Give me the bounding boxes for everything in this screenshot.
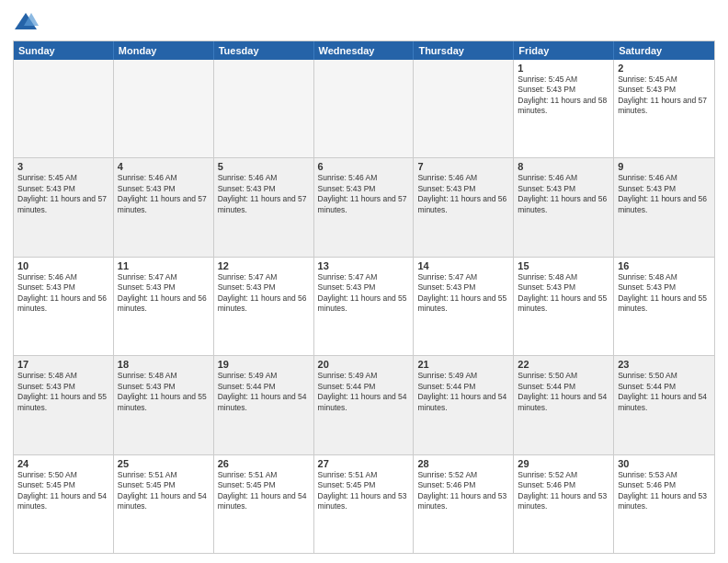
calendar-cell: 30Sunrise: 5:53 AMSunset: 5:46 PMDayligh… (614, 455, 714, 553)
calendar-cell: 16Sunrise: 5:48 AMSunset: 5:43 PMDayligh… (614, 258, 714, 355)
day-number: 25 (118, 458, 210, 469)
header-saturday: Saturday (614, 41, 714, 60)
day-number: 6 (318, 161, 410, 172)
day-info: Sunrise: 5:53 AMSunset: 5:46 PMDaylight:… (618, 470, 711, 512)
day-info: Sunrise: 5:46 AMSunset: 5:43 PMDaylight:… (318, 173, 410, 215)
day-info: Sunrise: 5:51 AMSunset: 5:45 PMDaylight:… (218, 470, 310, 512)
calendar-cell: 1Sunrise: 5:45 AMSunset: 5:43 PMDaylight… (514, 60, 614, 157)
calendar-cell (414, 60, 514, 157)
day-info: Sunrise: 5:48 AMSunset: 5:43 PMDaylight:… (518, 272, 609, 315)
calendar-cell (314, 60, 415, 157)
calendar-body: 1Sunrise: 5:45 AMSunset: 5:43 PMDaylight… (14, 60, 714, 553)
header-wednesday: Wednesday (314, 41, 415, 60)
day-number: 4 (118, 161, 210, 172)
calendar: SundayMondayTuesdayWednesdayThursdayFrid… (13, 40, 715, 554)
calendar-cell: 9Sunrise: 5:46 AMSunset: 5:43 PMDaylight… (614, 158, 714, 256)
day-info: Sunrise: 5:52 AMSunset: 5:46 PMDaylight:… (417, 470, 509, 512)
day-info: Sunrise: 5:45 AMSunset: 5:43 PMDaylight:… (618, 75, 711, 117)
header-sunday: Sunday (14, 41, 114, 60)
day-info: Sunrise: 5:47 AMSunset: 5:43 PMDaylight:… (118, 272, 210, 315)
day-info: Sunrise: 5:49 AMSunset: 5:44 PMDaylight:… (417, 371, 509, 413)
day-number: 2 (618, 63, 711, 74)
calendar-cell: 21Sunrise: 5:49 AMSunset: 5:44 PMDayligh… (414, 356, 514, 454)
header-friday: Friday (514, 41, 614, 60)
calendar-cell: 19Sunrise: 5:49 AMSunset: 5:44 PMDayligh… (214, 356, 314, 454)
day-number: 5 (218, 161, 310, 172)
header-tuesday: Tuesday (214, 41, 314, 60)
calendar-cell: 29Sunrise: 5:52 AMSunset: 5:46 PMDayligh… (514, 455, 614, 553)
day-info: Sunrise: 5:50 AMSunset: 5:44 PMDaylight:… (618, 371, 711, 413)
day-number: 3 (17, 161, 109, 172)
calendar-cell: 13Sunrise: 5:47 AMSunset: 5:43 PMDayligh… (314, 258, 415, 355)
header (13, 9, 715, 35)
day-number: 12 (218, 260, 310, 271)
header-monday: Monday (114, 41, 214, 60)
day-info: Sunrise: 5:50 AMSunset: 5:44 PMDaylight:… (518, 371, 609, 413)
calendar-cell (114, 60, 214, 157)
day-info: Sunrise: 5:51 AMSunset: 5:45 PMDaylight:… (118, 470, 210, 512)
day-info: Sunrise: 5:46 AMSunset: 5:43 PMDaylight:… (618, 173, 711, 215)
calendar-row-0: 1Sunrise: 5:45 AMSunset: 5:43 PMDaylight… (14, 60, 714, 158)
day-info: Sunrise: 5:47 AMSunset: 5:43 PMDaylight:… (318, 272, 410, 315)
calendar-cell: 15Sunrise: 5:48 AMSunset: 5:43 PMDayligh… (514, 258, 614, 355)
day-number: 29 (518, 458, 609, 469)
calendar-cell: 10Sunrise: 5:46 AMSunset: 5:43 PMDayligh… (14, 258, 114, 355)
day-number: 1 (518, 63, 609, 74)
calendar-cell: 25Sunrise: 5:51 AMSunset: 5:45 PMDayligh… (114, 455, 214, 553)
calendar-cell: 24Sunrise: 5:50 AMSunset: 5:45 PMDayligh… (14, 455, 114, 553)
page: SundayMondayTuesdayWednesdayThursdayFrid… (0, 0, 728, 563)
day-info: Sunrise: 5:49 AMSunset: 5:44 PMDaylight:… (218, 371, 310, 413)
day-info: Sunrise: 5:46 AMSunset: 5:43 PMDaylight:… (518, 173, 609, 215)
calendar-cell (14, 60, 114, 157)
calendar-cell: 17Sunrise: 5:48 AMSunset: 5:43 PMDayligh… (14, 356, 114, 454)
day-number: 10 (17, 260, 109, 271)
calendar-cell: 26Sunrise: 5:51 AMSunset: 5:45 PMDayligh… (214, 455, 314, 553)
calendar-cell: 2Sunrise: 5:45 AMSunset: 5:43 PMDaylight… (614, 60, 714, 157)
calendar-cell: 27Sunrise: 5:51 AMSunset: 5:45 PMDayligh… (314, 455, 415, 553)
calendar-row-1: 3Sunrise: 5:45 AMSunset: 5:43 PMDaylight… (14, 158, 714, 257)
calendar-cell: 28Sunrise: 5:52 AMSunset: 5:46 PMDayligh… (414, 455, 514, 553)
calendar-cell: 23Sunrise: 5:50 AMSunset: 5:44 PMDayligh… (614, 356, 714, 454)
day-number: 19 (218, 359, 310, 370)
day-info: Sunrise: 5:47 AMSunset: 5:43 PMDaylight:… (218, 272, 310, 315)
day-number: 24 (17, 458, 109, 469)
day-info: Sunrise: 5:48 AMSunset: 5:43 PMDaylight:… (618, 272, 711, 315)
day-number: 23 (618, 359, 711, 370)
day-number: 14 (417, 260, 509, 271)
calendar-cell: 5Sunrise: 5:46 AMSunset: 5:43 PMDaylight… (214, 158, 314, 256)
day-info: Sunrise: 5:52 AMSunset: 5:46 PMDaylight:… (518, 470, 609, 512)
day-number: 11 (118, 260, 210, 271)
calendar-cell: 8Sunrise: 5:46 AMSunset: 5:43 PMDaylight… (514, 158, 614, 256)
calendar-cell: 4Sunrise: 5:46 AMSunset: 5:43 PMDaylight… (114, 158, 214, 256)
calendar-row-4: 24Sunrise: 5:50 AMSunset: 5:45 PMDayligh… (14, 455, 714, 553)
day-number: 30 (618, 458, 711, 469)
day-number: 7 (417, 161, 509, 172)
calendar-row-2: 10Sunrise: 5:46 AMSunset: 5:43 PMDayligh… (14, 258, 714, 356)
day-number: 22 (518, 359, 609, 370)
day-number: 15 (518, 260, 609, 271)
day-number: 17 (17, 359, 109, 370)
logo-icon (13, 9, 39, 35)
day-number: 21 (417, 359, 509, 370)
calendar-cell: 7Sunrise: 5:46 AMSunset: 5:43 PMDaylight… (414, 158, 514, 256)
day-number: 16 (618, 260, 711, 271)
day-info: Sunrise: 5:50 AMSunset: 5:45 PMDaylight:… (17, 470, 109, 512)
day-number: 26 (218, 458, 310, 469)
calendar-cell (214, 60, 314, 157)
day-number: 9 (618, 161, 711, 172)
calendar-cell: 18Sunrise: 5:48 AMSunset: 5:43 PMDayligh… (114, 356, 214, 454)
calendar-cell: 20Sunrise: 5:49 AMSunset: 5:44 PMDayligh… (314, 356, 415, 454)
day-info: Sunrise: 5:51 AMSunset: 5:45 PMDaylight:… (318, 470, 410, 512)
day-info: Sunrise: 5:46 AMSunset: 5:43 PMDaylight:… (417, 173, 509, 215)
calendar-row-3: 17Sunrise: 5:48 AMSunset: 5:43 PMDayligh… (14, 356, 714, 454)
day-info: Sunrise: 5:45 AMSunset: 5:43 PMDaylight:… (518, 75, 609, 117)
day-number: 20 (318, 359, 410, 370)
calendar-header: SundayMondayTuesdayWednesdayThursdayFrid… (14, 41, 714, 60)
logo-area (13, 9, 42, 35)
day-info: Sunrise: 5:47 AMSunset: 5:43 PMDaylight:… (417, 272, 509, 315)
day-info: Sunrise: 5:48 AMSunset: 5:43 PMDaylight:… (17, 371, 109, 413)
day-info: Sunrise: 5:48 AMSunset: 5:43 PMDaylight:… (118, 371, 210, 413)
day-info: Sunrise: 5:45 AMSunset: 5:43 PMDaylight:… (17, 173, 109, 215)
day-info: Sunrise: 5:46 AMSunset: 5:43 PMDaylight:… (118, 173, 210, 215)
calendar-cell: 14Sunrise: 5:47 AMSunset: 5:43 PMDayligh… (414, 258, 514, 355)
